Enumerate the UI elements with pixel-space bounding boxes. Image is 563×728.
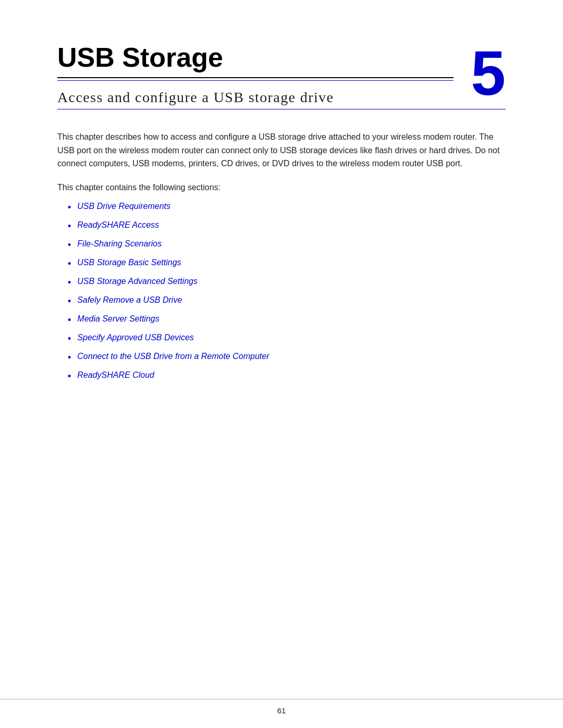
toc-list: • USB Drive Requirements • ReadySHARE Ac…: [68, 200, 506, 384]
toc-link-file-sharing[interactable]: File-Sharing Scenarios: [77, 238, 162, 250]
list-item: • USB Storage Basic Settings: [68, 256, 506, 271]
sections-intro: This chapter contains the following sect…: [57, 181, 506, 194]
page-number: 61: [277, 706, 286, 715]
bullet-icon: •: [68, 369, 71, 384]
list-item: • ReadySHARE Access: [68, 219, 506, 233]
list-item: • USB Storage Advanced Settings: [68, 275, 506, 290]
toc-link-connect-remote[interactable]: Connect to the USB Drive from a Remote C…: [77, 350, 269, 363]
bullet-icon: •: [68, 238, 71, 252]
toc-link-media-server[interactable]: Media Server Settings: [77, 313, 159, 325]
bullet-icon: •: [68, 313, 71, 327]
list-item: • Connect to the USB Drive from a Remote…: [68, 350, 506, 365]
header-section: 5 USB Storage Access and configure a USB…: [57, 42, 506, 109]
list-item: • ReadySHARE Cloud: [68, 369, 506, 384]
bullet-icon: •: [68, 201, 71, 215]
chapter-subtitle: Access and configure a USB storage drive: [57, 89, 506, 106]
intro-paragraph: This chapter describes how to access and…: [57, 130, 506, 170]
subtitle-rule: [57, 109, 506, 109]
list-item: • USB Drive Requirements: [68, 200, 506, 215]
bullet-icon: •: [68, 332, 71, 346]
list-item: • Media Server Settings: [68, 313, 506, 327]
list-item: • Specify Approved USB Devices: [68, 331, 506, 346]
bullet-icon: •: [68, 219, 71, 233]
chapter-number: 5: [471, 42, 506, 104]
page-container: 5 USB Storage Access and configure a USB…: [0, 0, 563, 728]
bullet-icon: •: [68, 351, 71, 365]
toc-link-usb-basic-settings[interactable]: USB Storage Basic Settings: [77, 256, 181, 269]
chapter-title: USB Storage: [57, 42, 454, 78]
title-rule: [57, 80, 454, 81]
toc-link-usb-drive-requirements[interactable]: USB Drive Requirements: [77, 200, 170, 213]
list-item: • Safely Remove a USB Drive: [68, 294, 506, 309]
toc-link-readyshare-access[interactable]: ReadySHARE Access: [77, 219, 159, 231]
bullet-icon: •: [68, 276, 71, 290]
bullet-icon: •: [68, 294, 71, 309]
bullet-icon: •: [68, 257, 71, 271]
toc-link-safely-remove[interactable]: Safely Remove a USB Drive: [77, 294, 182, 306]
toc-link-usb-advanced-settings[interactable]: USB Storage Advanced Settings: [77, 275, 198, 288]
footer-rule: [0, 699, 563, 699]
toc-link-readyshare-cloud[interactable]: ReadySHARE Cloud: [77, 369, 154, 381]
list-item: • File-Sharing Scenarios: [68, 238, 506, 252]
toc-link-specify-approved[interactable]: Specify Approved USB Devices: [77, 331, 194, 344]
